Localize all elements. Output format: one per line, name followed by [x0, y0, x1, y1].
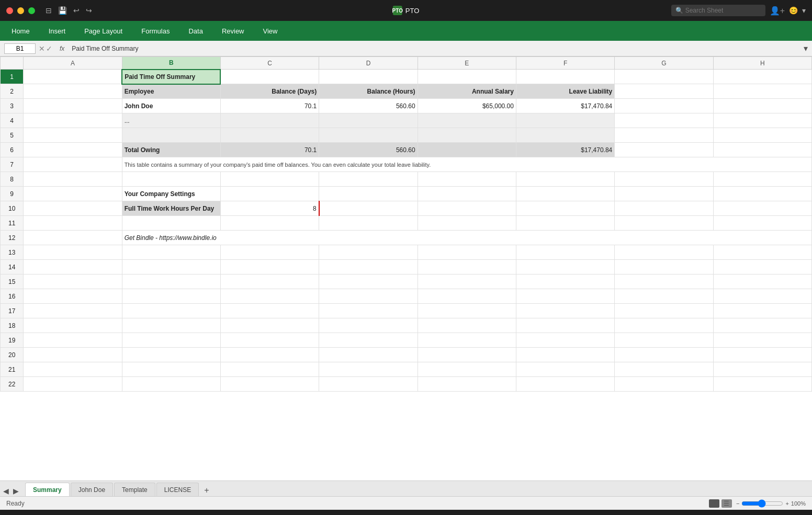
chevron-down-icon[interactable]: ▾ — [802, 6, 806, 15]
cell-c2[interactable]: Balance (Days) — [220, 84, 319, 99]
cell-d9[interactable] — [319, 187, 418, 201]
zoom-plus-icon[interactable]: + — [785, 500, 788, 507]
cell-c5[interactable] — [220, 128, 319, 143]
col-header-f[interactable]: F — [516, 57, 614, 70]
add-sheet-button[interactable]: + — [200, 486, 213, 496]
cell-f4[interactable] — [516, 113, 614, 128]
sidebar-toggle-icon[interactable]: ⊟ — [46, 6, 52, 15]
sheet-prev-button[interactable]: ◀ — [2, 487, 10, 495]
formula-dropdown-icon[interactable]: ▾ — [804, 43, 808, 53]
cell-f11[interactable] — [516, 216, 614, 231]
cell-d10[interactable] — [319, 201, 418, 216]
cell-g1[interactable] — [615, 70, 713, 84]
cell-a3[interactable] — [24, 99, 122, 113]
cell-a1[interactable] — [24, 70, 122, 84]
add-user-button[interactable]: 👤+ — [770, 6, 785, 16]
cell-e9[interactable] — [418, 187, 516, 201]
cell-c10[interactable]: 8 — [220, 201, 319, 216]
cell-a2[interactable] — [24, 84, 122, 99]
cell-h9[interactable] — [713, 187, 811, 201]
cell-d3[interactable]: 560.60 — [319, 99, 418, 113]
cell-h3[interactable] — [713, 99, 811, 113]
cancel-formula-icon[interactable]: ✕ — [39, 44, 45, 53]
col-header-g[interactable]: G — [615, 57, 713, 70]
cell-e3[interactable]: $65,000.00 — [418, 99, 516, 113]
cell-c11[interactable] — [220, 216, 319, 231]
list-view-button[interactable]: ☰ — [721, 499, 732, 508]
confirm-formula-icon[interactable]: ✓ — [46, 44, 52, 53]
cell-h2[interactable] — [713, 84, 811, 99]
cell-e5[interactable] — [418, 128, 516, 143]
cell-b2[interactable]: Employee — [122, 84, 220, 99]
cell-f3[interactable]: $17,470.84 — [516, 99, 614, 113]
cell-g10[interactable] — [615, 201, 713, 216]
minimize-button[interactable] — [17, 7, 24, 14]
cell-h5[interactable] — [713, 128, 811, 143]
cell-d5[interactable] — [319, 128, 418, 143]
cell-d4[interactable] — [319, 113, 418, 128]
cell-a12[interactable] — [24, 231, 122, 245]
cell-c4[interactable] — [220, 113, 319, 128]
ribbon-tab-insert[interactable]: Insert — [46, 25, 69, 37]
cell-a4[interactable] — [24, 113, 122, 128]
cell-h4[interactable] — [713, 113, 811, 128]
cell-b5[interactable] — [122, 128, 220, 143]
cell-e6[interactable] — [418, 143, 516, 157]
cell-e10[interactable] — [418, 201, 516, 216]
cell-a11[interactable] — [24, 216, 122, 231]
cell-f1[interactable] — [516, 70, 614, 84]
cell-b10[interactable]: Full Time Work Hours Per Day — [122, 201, 220, 216]
ribbon-tab-view[interactable]: View — [260, 25, 281, 37]
cell-h6[interactable] — [713, 143, 811, 157]
cell-d2[interactable]: Balance (Hours) — [319, 84, 418, 99]
cell-h10[interactable] — [713, 201, 811, 216]
col-header-c[interactable]: C — [220, 57, 319, 70]
formula-content[interactable]: Paid Time Off Summary — [72, 45, 800, 52]
cell-h8[interactable] — [713, 172, 811, 187]
account-icon[interactable]: 😊 — [789, 6, 798, 15]
cell-g9[interactable] — [615, 187, 713, 201]
ribbon-tab-formulas[interactable]: Formulas — [138, 25, 173, 37]
cell-g6[interactable] — [615, 143, 713, 157]
cell-b12[interactable]: Get Bindle - https://www.bindle.io — [122, 231, 811, 245]
cell-b8[interactable] — [122, 172, 220, 187]
close-button[interactable] — [6, 7, 13, 14]
cell-e11[interactable] — [418, 216, 516, 231]
cell-a7[interactable] — [24, 157, 122, 172]
search-box[interactable]: 🔍 — [671, 5, 765, 16]
fullscreen-button[interactable] — [28, 7, 35, 14]
cell-d11[interactable] — [319, 216, 418, 231]
sheet-tab-summary[interactable]: Summary — [25, 483, 70, 496]
cell-b6[interactable]: Total Owing — [122, 143, 220, 157]
ribbon-tab-data[interactable]: Data — [185, 25, 206, 37]
zoom-slider[interactable] — [741, 499, 783, 508]
cell-b9[interactable]: Your Company Settings — [122, 187, 220, 201]
col-header-e[interactable]: E — [418, 57, 516, 70]
cell-e2[interactable]: Annual Salary — [418, 84, 516, 99]
cell-h1[interactable] — [713, 70, 811, 84]
cell-b1[interactable]: Paid Time Off Summary — [122, 70, 220, 84]
grid-view-button[interactable]: ⊞ — [709, 499, 719, 508]
zoom-minus-icon[interactable]: − — [736, 500, 739, 507]
col-header-b[interactable]: B — [122, 57, 220, 70]
grid-area[interactable]: A B C D E F G H 1 — [0, 56, 812, 480]
sheet-tab-john-doe[interactable]: John Doe — [71, 483, 113, 496]
cell-f9[interactable] — [516, 187, 614, 201]
sheet-tab-license[interactable]: LICENSE — [156, 483, 199, 496]
cell-b4[interactable]: ... — [122, 113, 220, 128]
cell-b7[interactable]: This table contains a summary of your co… — [122, 157, 811, 172]
cell-h11[interactable] — [713, 216, 811, 231]
cell-f2[interactable]: Leave Liability — [516, 84, 614, 99]
search-input[interactable] — [685, 7, 759, 14]
sheet-next-button[interactable]: ▶ — [12, 487, 20, 495]
cell-g2[interactable] — [615, 84, 713, 99]
cell-reference[interactable]: B1 — [4, 43, 36, 54]
redo-icon[interactable]: ↪ — [86, 6, 92, 15]
cell-a5[interactable] — [24, 128, 122, 143]
cell-a10[interactable] — [24, 201, 122, 216]
col-header-a[interactable]: A — [24, 57, 122, 70]
cell-f10[interactable] — [516, 201, 614, 216]
cell-c9[interactable] — [220, 187, 319, 201]
ribbon-tab-page-layout[interactable]: Page Layout — [81, 25, 126, 37]
cell-e4[interactable] — [418, 113, 516, 128]
